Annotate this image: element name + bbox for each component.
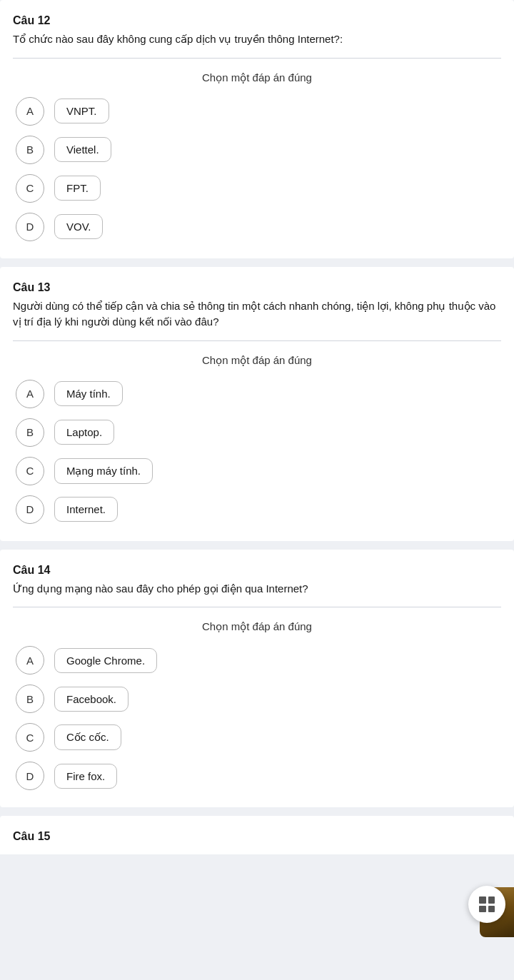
option-box-q12-a[interactable]: VNPT. [54, 98, 109, 123]
option-circle-q14-a[interactable]: A [16, 646, 44, 675]
option-circle-q12-a[interactable]: A [16, 97, 44, 126]
option-box-q13-d[interactable]: Internet. [54, 497, 118, 522]
option-box-q14-b[interactable]: Facebook. [54, 687, 128, 712]
grid-icon [479, 896, 495, 912]
option-row-q14-b[interactable]: BFacebook. [16, 685, 498, 713]
option-circle-q12-d[interactable]: D [16, 213, 44, 241]
option-box-q13-a[interactable]: Máy tính. [54, 381, 123, 406]
option-box-q14-c[interactable]: Cốc cốc. [54, 724, 121, 750]
option-circle-q14-d[interactable]: D [16, 762, 44, 790]
options-list-q14: AGoogle Chrome.BFacebook.CCốc cốc.DFire … [13, 646, 501, 790]
option-row-q14-c[interactable]: CCốc cốc. [16, 723, 498, 752]
option-circle-q12-b[interactable]: B [16, 136, 44, 164]
option-row-q14-a[interactable]: AGoogle Chrome. [16, 646, 498, 675]
question-number-q13: Câu 13 [13, 281, 501, 294]
option-box-q13-c[interactable]: Mạng máy tính. [54, 458, 153, 484]
option-box-q12-c[interactable]: FPT. [54, 176, 101, 201]
question-number-q14: Câu 14 [13, 564, 501, 577]
choose-label-q12: Chọn một đáp án đúng [13, 71, 501, 84]
options-list-q12: AVNPT.BViettel.CFPT.DVOV. [13, 97, 501, 241]
question-block-q15: Câu 15 [0, 816, 514, 854]
option-circle-q14-c[interactable]: C [16, 723, 44, 752]
question-text-q13: Người dùng có thể tiếp cận và chia sẻ th… [13, 298, 501, 330]
option-box-q13-b[interactable]: Laptop. [54, 420, 114, 445]
question-block-q14: Câu 14Ứng dụng mạng nào sau đây cho phép… [0, 550, 514, 808]
question-text-q14: Ứng dụng mạng nào sau đây cho phép gọi đ… [13, 581, 501, 597]
choose-label-q13: Chọn một đáp án đúng [13, 354, 501, 367]
option-row-q13-c[interactable]: CMạng máy tính. [16, 457, 498, 485]
option-row-q14-d[interactable]: DFire fox. [16, 762, 498, 790]
option-circle-q13-b[interactable]: B [16, 418, 44, 447]
option-box-q12-b[interactable]: Viettel. [54, 137, 111, 162]
option-row-q12-b[interactable]: BViettel. [16, 136, 498, 164]
option-circle-q14-b[interactable]: B [16, 685, 44, 713]
option-row-q12-d[interactable]: DVOV. [16, 213, 498, 241]
option-box-q14-d[interactable]: Fire fox. [54, 764, 117, 789]
option-row-q12-c[interactable]: CFPT. [16, 174, 498, 203]
question-block-q13: Câu 13Người dùng có thể tiếp cận và chia… [0, 267, 514, 541]
question-text-q12: Tổ chức nào sau đây không cung cấp dịch … [13, 31, 501, 48]
question-number-q12: Câu 12 [13, 14, 501, 27]
option-box-q14-a[interactable]: Google Chrome. [54, 648, 157, 673]
option-row-q13-b[interactable]: BLaptop. [16, 418, 498, 447]
option-circle-q13-a[interactable]: A [16, 380, 44, 408]
question-number-q15: Câu 15 [13, 830, 501, 843]
options-list-q13: AMáy tính.BLaptop.CMạng máy tính.DIntern… [13, 380, 501, 524]
option-row-q13-d[interactable]: DInternet. [16, 495, 498, 524]
choose-label-q14: Chọn một đáp án đúng [13, 620, 501, 633]
option-row-q13-a[interactable]: AMáy tính. [16, 380, 498, 408]
option-circle-q13-c[interactable]: C [16, 457, 44, 485]
option-circle-q13-d[interactable]: D [16, 495, 44, 524]
question-block-q12: Câu 12Tổ chức nào sau đây không cung cấp… [0, 0, 514, 258]
option-box-q12-d[interactable]: VOV. [54, 214, 103, 239]
option-circle-q12-c[interactable]: C [16, 174, 44, 203]
option-row-q12-a[interactable]: AVNPT. [16, 97, 498, 126]
fab-button[interactable] [468, 886, 505, 923]
